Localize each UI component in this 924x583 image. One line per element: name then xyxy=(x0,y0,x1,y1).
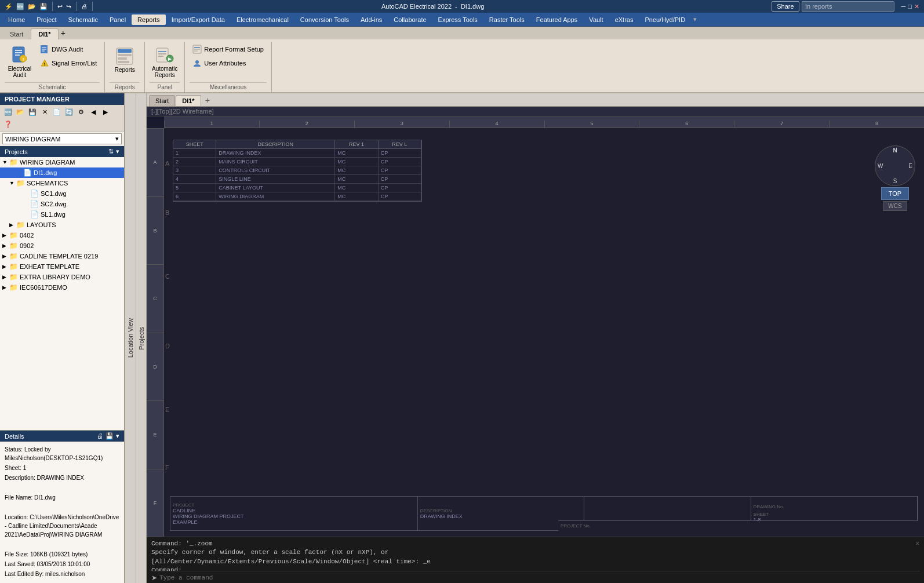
report-format-button[interactable]: Report Format Setup xyxy=(190,43,267,56)
tree-label-0902: 0902 xyxy=(20,242,34,249)
dwg-audit-button[interactable]: DWG Audit xyxy=(37,43,100,56)
cmd-symbol-icon: ➤ xyxy=(151,574,157,582)
qa-separator2 xyxy=(76,2,77,11)
projects-vtab-label: Projects xyxy=(138,327,145,350)
ruler-vertical: A B C D E F xyxy=(147,128,164,537)
help-btn[interactable]: ❓ xyxy=(2,118,14,130)
menu-home[interactable]: Home xyxy=(2,14,31,25)
tree-label-wiring: WIRING DIAGRAM xyxy=(20,159,75,166)
add-tab-button[interactable]: + xyxy=(202,94,213,106)
details-print-icon[interactable]: 🖨 xyxy=(97,432,103,440)
close-btn[interactable]: ✕ xyxy=(914,3,919,10)
tree-item-schematics[interactable]: ▼ 📁 SCHEMATICS xyxy=(0,178,124,188)
folder-cadline-icon: 📁 xyxy=(9,252,18,260)
wiring-diagram-selector[interactable]: WIRING DIAGRAM ▾ xyxy=(2,133,122,144)
tab-di1[interactable]: DI1* xyxy=(31,28,58,39)
details-save-icon[interactable]: 💾 xyxy=(106,432,114,440)
menu-panel[interactable]: Panel xyxy=(104,14,132,25)
tree-item-sl1[interactable]: 📄 SL1.dwg xyxy=(0,209,124,220)
quick-access-icon-save[interactable]: 💾 xyxy=(39,3,48,10)
new-project-btn[interactable]: 🆕 xyxy=(2,106,14,118)
menu-import-export[interactable]: Import/Export Data xyxy=(166,14,231,25)
menu-extras[interactable]: eXtras xyxy=(609,14,639,25)
print-btn[interactable]: 🖨 xyxy=(81,3,88,10)
drawing-area[interactable]: 1 2 3 4 5 6 7 8 A B C D xyxy=(147,116,924,537)
cmd-close-btn[interactable]: ✕ xyxy=(915,540,919,548)
close-project-btn[interactable]: ✕ xyxy=(39,106,50,118)
menu-vault[interactable]: Vault xyxy=(583,14,609,25)
quick-access-icon-open[interactable]: 📂 xyxy=(28,3,36,10)
user-attributes-icon xyxy=(192,59,202,68)
projects-text: Projects xyxy=(5,148,28,155)
details-chevron-icon[interactable]: ▾ xyxy=(116,432,119,440)
tab-start[interactable]: Start xyxy=(2,28,31,39)
tab-di1-drawing[interactable]: DI1* xyxy=(176,95,201,106)
menu-reports[interactable]: Reports xyxy=(132,14,166,25)
menu-schematic[interactable]: Schematic xyxy=(63,14,104,25)
tree-item-sc1[interactable]: 📄 SC1.dwg xyxy=(0,188,124,199)
automatic-reports-button[interactable]: ► Automatic Reports xyxy=(150,43,180,81)
folder-iec-icon: 📁 xyxy=(9,283,18,292)
tree-item-iec[interactable]: ▶ 📁 IEC60617DEMO xyxy=(0,282,124,293)
location-view-tab[interactable]: Location View xyxy=(125,93,136,583)
user-attributes-button[interactable]: User Attributes xyxy=(190,57,267,70)
menu-featured[interactable]: Featured Apps xyxy=(530,14,584,25)
wcs-indicator[interactable]: WCS xyxy=(883,201,907,211)
command-input[interactable] xyxy=(159,574,919,581)
share-button[interactable]: Share xyxy=(772,1,799,12)
maximize-btn[interactable]: □ xyxy=(908,3,912,10)
search-input[interactable] xyxy=(802,1,894,12)
row-label-d: D xyxy=(165,342,170,349)
menu-addins[interactable]: Add-ins xyxy=(355,14,388,25)
tree-item-0902[interactable]: ▶ 📁 0902 xyxy=(0,241,124,251)
nav-next-btn[interactable]: ▶ xyxy=(100,106,111,118)
signal-error-button[interactable]: ! Signal Error/List xyxy=(37,57,100,70)
compass[interactable]: N S E W xyxy=(875,145,915,186)
open-project-btn[interactable]: 📂 xyxy=(14,106,26,118)
top-view-button[interactable]: TOP xyxy=(881,187,909,200)
refresh-btn[interactable]: 🔄 xyxy=(63,106,75,118)
menu-project[interactable]: Project xyxy=(31,14,62,25)
tab-start-drawing[interactable]: Start xyxy=(149,95,175,106)
row-label-c: C xyxy=(165,273,170,280)
quick-access-icon-new[interactable]: 🆕 xyxy=(16,3,24,10)
tree-item-exheat[interactable]: ▶ 📁 EXHEAT TEMPLATE xyxy=(0,261,124,272)
command-output: ✕ Command: '_.zoom Specify corner of win… xyxy=(151,538,919,571)
detail-description: Description: DRAWING INDEX xyxy=(5,473,119,482)
ribbon-toggle[interactable]: ▾ xyxy=(693,16,697,23)
menu-electromechanical[interactable]: Electromechanical xyxy=(231,14,294,25)
projects-sort-icon[interactable]: ⇅ xyxy=(108,148,114,155)
menu-conversion[interactable]: Conversion Tools xyxy=(294,14,355,25)
tree-item-di1[interactable]: 📄 DI1.dwg xyxy=(0,167,124,178)
row-label-f: F xyxy=(165,464,169,471)
minimize-btn[interactable]: ─ xyxy=(901,3,906,10)
properties-btn[interactable]: ⚙ xyxy=(75,106,87,118)
save-project-btn[interactable]: 💾 xyxy=(27,106,38,118)
projects-chevron-icon[interactable]: ▾ xyxy=(116,148,119,155)
nav-prev-btn[interactable]: ◀ xyxy=(88,106,99,118)
detail-blank2 xyxy=(5,503,119,512)
svg-text:!: ! xyxy=(23,57,24,62)
ruler-mark-4: 4 xyxy=(449,121,544,127)
tree-item-0402[interactable]: ▶ 📁 0402 xyxy=(0,230,124,241)
menu-raster[interactable]: Raster Tools xyxy=(483,14,530,25)
menu-collaborate[interactable]: Collaborate xyxy=(388,14,432,25)
tree-item-sc2[interactable]: 📄 SC2.dwg xyxy=(0,199,124,209)
folder-wiring-icon: 📁 xyxy=(9,158,18,166)
projects-vtab[interactable]: Projects xyxy=(136,93,147,583)
tree-item-cadline[interactable]: ▶ 📁 CADLINE TEMPLATE 0219 xyxy=(0,251,124,261)
projects-label-bar: Projects ⇅ ▾ xyxy=(0,146,124,157)
electrical-audit-button[interactable]: ! Electrical Audit xyxy=(5,43,35,81)
menu-pneu[interactable]: Pneu/Hyd/PID xyxy=(639,14,691,25)
tree-item-wiring-diagram[interactable]: ▼ 📁 WIRING DIAGRAM xyxy=(0,157,124,167)
add-tab-button[interactable]: + xyxy=(59,27,68,39)
redo-btn[interactable]: ↪ xyxy=(66,3,71,10)
tree-item-extra-lib[interactable]: ▶ 📁 EXTRA LIBRARY DEMO xyxy=(0,272,124,282)
reports-button[interactable]: Reports xyxy=(110,43,140,76)
svg-rect-13 xyxy=(118,49,132,53)
tree-item-layouts[interactable]: ▶ 📁 LAYOUTS xyxy=(0,220,124,230)
menu-express[interactable]: Express Tools xyxy=(432,14,483,25)
file-sc1-icon: 📄 xyxy=(30,190,39,198)
add-drawing-btn[interactable]: 📄 xyxy=(51,106,63,118)
undo-btn[interactable]: ↩ xyxy=(57,3,63,10)
